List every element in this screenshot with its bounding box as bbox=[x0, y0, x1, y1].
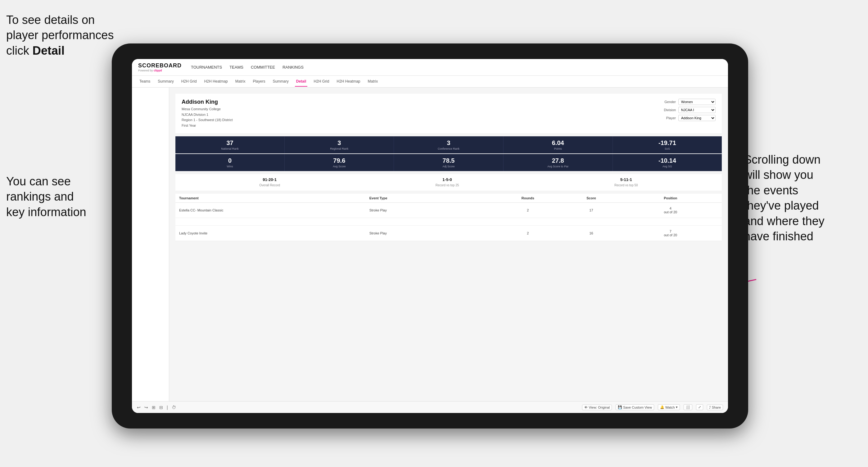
sub-nav-matrix2[interactable]: Matrix bbox=[367, 77, 379, 87]
table-row: Estella CC- Mountain Classic Stroke Play… bbox=[176, 203, 722, 218]
undo-icon[interactable]: ↩ bbox=[137, 405, 141, 410]
save-icon: 💾 bbox=[618, 405, 622, 409]
annotation-bottomright: Scrolling down will show you the events … bbox=[744, 152, 862, 244]
col-header-position: Position bbox=[623, 196, 718, 200]
stat-cell: 6.04Points bbox=[503, 136, 613, 153]
record-item: 5-11-1Record vs top 50 bbox=[614, 177, 638, 188]
logo-powered: Powered by clippd bbox=[138, 69, 182, 72]
player-header: Addison King Mesa Community College NJCA… bbox=[176, 94, 722, 133]
cell-tournament: Lady Coyote Invite bbox=[179, 231, 369, 235]
sub-nav-matrix[interactable]: Matrix bbox=[234, 77, 247, 87]
stat-cell: 37National Rank bbox=[176, 136, 285, 153]
nav-committee[interactable]: COMMITTEE bbox=[251, 64, 275, 71]
col-header-rounds: Rounds bbox=[496, 196, 559, 200]
share-button[interactable]: ⤴ Share bbox=[707, 405, 723, 410]
table-row: Lady Coyote Invite Stroke Play 2 16 7 ou… bbox=[176, 226, 722, 241]
cell-event: Stroke Play bbox=[369, 208, 496, 212]
divider1: | bbox=[167, 405, 168, 410]
division-control: Division NJCAA I bbox=[659, 107, 716, 113]
main-nav: TOURNAMENTS TEAMS COMMITTEE RANKINGS bbox=[191, 64, 304, 71]
screen-button[interactable]: ⬜ bbox=[684, 404, 692, 410]
watch-button[interactable]: 🔔 Watch ▾ bbox=[658, 404, 680, 410]
player-select[interactable]: Addison King bbox=[678, 115, 716, 121]
sub-nav-teams[interactable]: Teams bbox=[138, 77, 152, 87]
division-select[interactable]: NJCAA I bbox=[678, 107, 716, 113]
zoom-out-icon[interactable]: ⊟ bbox=[159, 405, 163, 410]
watch-icon: 🔔 bbox=[660, 405, 664, 409]
record-item: 91-20-1Overall Record bbox=[259, 177, 280, 188]
stat-cell: 3Conference Rank bbox=[394, 136, 503, 153]
content-area: Addison King Mesa Community College NJCA… bbox=[132, 88, 728, 401]
table-header: Tournament Event Type Rounds Score Posit… bbox=[176, 194, 722, 203]
stats-grid-2: 0Wins79.6Avg Score78.5Adj Score27.8Avg S… bbox=[176, 154, 722, 171]
nav-tournaments[interactable]: TOURNAMENTS bbox=[191, 64, 222, 71]
watch-dropdown-icon: ▾ bbox=[676, 405, 678, 409]
tablet-screen: SCOREBOARD Powered by clippd TOURNAMENTS… bbox=[132, 59, 728, 413]
player-college: Mesa Community College bbox=[182, 106, 232, 112]
cell-rounds: 2 bbox=[496, 231, 559, 235]
save-custom-view-button[interactable]: 💾 Save Custom View bbox=[616, 404, 654, 410]
sub-nav-h2h-grid[interactable]: H2H Grid bbox=[180, 77, 198, 87]
col-header-event: Event Type bbox=[369, 196, 496, 200]
nav-rankings[interactable]: RANKINGS bbox=[282, 64, 304, 71]
annotation-bottomleft: You can see rankings and key information bbox=[6, 174, 118, 220]
player-year: First Year bbox=[182, 123, 232, 129]
player-region: Region 1 - Southwest (18) District bbox=[182, 117, 232, 123]
sub-nav-h2h-heatmap2[interactable]: H2H Heatmap bbox=[335, 77, 361, 87]
sub-nav-summary[interactable]: Summary bbox=[156, 77, 175, 87]
gender-control: Gender Women bbox=[659, 99, 716, 105]
view-original-button[interactable]: 👁 View: Original bbox=[582, 405, 612, 410]
left-sidebar bbox=[132, 88, 169, 401]
cell-position: 7 out of 20 bbox=[623, 229, 718, 237]
player-info: Addison King Mesa Community College NJCA… bbox=[182, 99, 232, 128]
main-content: Addison King Mesa Community College NJCA… bbox=[169, 88, 728, 401]
stat-cell-2: -10.14Avg SG bbox=[613, 154, 722, 171]
tournament-table: Tournament Event Type Rounds Score Posit… bbox=[176, 194, 722, 241]
nav-teams[interactable]: TEAMS bbox=[229, 64, 243, 71]
annotation-topleft: To see details on player performances cl… bbox=[6, 12, 124, 58]
stat-cell: 3Regional Rank bbox=[285, 136, 394, 153]
expand-button[interactable]: ⤢ bbox=[696, 404, 703, 410]
stat-cell-2: 78.5Adj Score bbox=[394, 154, 503, 171]
view-icon: 👁 bbox=[584, 406, 588, 409]
table-row bbox=[176, 218, 722, 226]
logo-area: SCOREBOARD Powered by clippd bbox=[138, 62, 182, 72]
logo-scoreboard: SCOREBOARD bbox=[138, 62, 182, 69]
player-name: Addison King bbox=[182, 99, 232, 105]
clock-icon[interactable]: ⏱ bbox=[172, 405, 176, 410]
stats-grid-1: 37National Rank3Regional Rank3Conference… bbox=[176, 136, 722, 153]
sub-nav-detail[interactable]: Detail bbox=[295, 77, 308, 87]
zoom-fit-icon[interactable]: ⊞ bbox=[152, 405, 156, 410]
table-body: Estella CC- Mountain Classic Stroke Play… bbox=[176, 203, 722, 241]
cell-position: 4 out of 20 bbox=[623, 207, 718, 214]
bottom-toolbar: ↩ ↪ ⊞ ⊟ | ⏱ 👁 View: Original 💾 Save Cust… bbox=[132, 401, 728, 413]
col-header-score: Score bbox=[559, 196, 623, 200]
stat-cell-2: 79.6Avg Score bbox=[285, 154, 394, 171]
sub-nav-summary2[interactable]: Summary bbox=[271, 77, 290, 87]
stat-cell-2: 0Wins bbox=[176, 154, 285, 171]
cell-event: Stroke Play bbox=[369, 231, 496, 235]
sub-nav: Teams Summary H2H Grid H2H Heatmap Matri… bbox=[132, 76, 728, 88]
share-icon: ⤴ bbox=[709, 406, 711, 409]
records-row: 91-20-1Overall Record1-5-0Record vs top … bbox=[176, 174, 722, 191]
sub-nav-h2h-grid2[interactable]: H2H Grid bbox=[312, 77, 330, 87]
col-header-tournament: Tournament bbox=[179, 196, 369, 200]
gender-label: Gender bbox=[659, 100, 676, 104]
player-division: NJCAA Division 1 bbox=[182, 112, 232, 118]
sub-nav-players[interactable]: Players bbox=[251, 77, 266, 87]
cell-score: 17 bbox=[559, 208, 623, 212]
gender-select[interactable]: Women bbox=[678, 99, 716, 105]
division-label: Division bbox=[659, 108, 676, 112]
stat-cell: -19.71SoS bbox=[613, 136, 722, 153]
cell-rounds: 2 bbox=[496, 208, 559, 212]
redo-icon[interactable]: ↪ bbox=[144, 405, 148, 410]
player-label: Player bbox=[659, 116, 676, 120]
cell-tournament: Estella CC- Mountain Classic bbox=[179, 208, 369, 212]
tablet-frame: SCOREBOARD Powered by clippd TOURNAMENTS… bbox=[112, 43, 748, 429]
stat-cell-2: 27.8Avg Score to Par bbox=[503, 154, 613, 171]
player-controls: Gender Women Division NJCAA I bbox=[659, 99, 716, 121]
top-nav: SCOREBOARD Powered by clippd TOURNAMENTS… bbox=[132, 59, 728, 76]
player-control: Player Addison King bbox=[659, 115, 716, 121]
sub-nav-h2h-heatmap[interactable]: H2H Heatmap bbox=[203, 77, 229, 87]
record-item: 1-5-0Record vs top 25 bbox=[436, 177, 459, 188]
